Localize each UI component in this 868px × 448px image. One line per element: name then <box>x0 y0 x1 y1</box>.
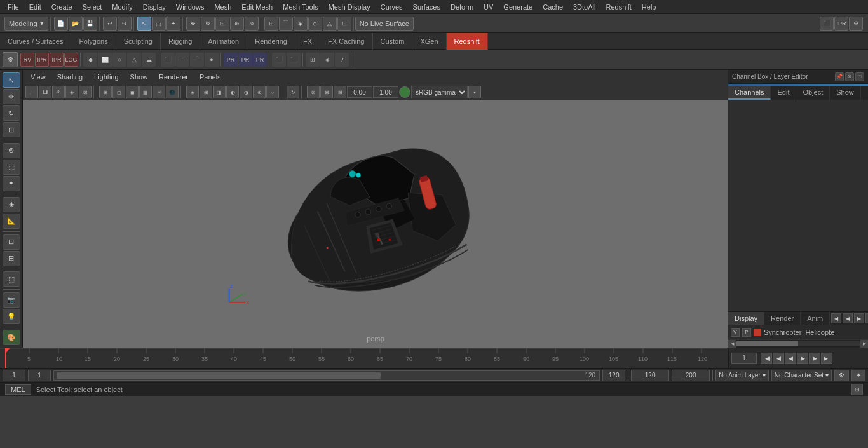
layers-scroll-right[interactable]: ▶ <box>860 340 868 348</box>
layer-tab-display[interactable]: Display <box>728 312 764 325</box>
char-set-settings-btn[interactable]: ⚙ <box>834 370 849 381</box>
step-back-btn[interactable]: ◀ <box>773 353 784 364</box>
paint-select-tool[interactable]: ✦ <box>3 176 20 191</box>
layer-playback-0[interactable]: P <box>742 328 751 337</box>
soft-mod-btn[interactable]: ⊚ <box>245 17 259 31</box>
log-btn[interactable]: LOG <box>64 53 78 67</box>
cloud-icon-btn[interactable]: ☁ <box>142 53 156 67</box>
menu-edit[interactable]: Edit <box>24 2 46 12</box>
tab-rigging[interactable]: Rigging <box>161 33 200 50</box>
vt-display6[interactable]: ○ <box>266 86 279 98</box>
render3-btn[interactable]: ⬛ <box>287 53 301 67</box>
color-space-indicator[interactable] <box>399 86 410 98</box>
lasso-tool-btn[interactable]: ⬚ <box>152 17 166 31</box>
vp-show[interactable]: Show <box>125 72 153 82</box>
layer-action-btn2[interactable]: ◀ <box>843 313 853 323</box>
menu-help[interactable]: Help <box>637 2 661 12</box>
menu-create[interactable]: Create <box>46 2 78 12</box>
menu-cache[interactable]: Cache <box>538 2 568 12</box>
tab-rendering[interactable]: Rendering <box>247 33 295 50</box>
vt-film-btn[interactable]: 🎞 <box>39 86 51 98</box>
end-frame-input[interactable] <box>602 370 625 381</box>
vt-display1[interactable]: ⊞ <box>200 86 212 98</box>
ipr-btn[interactable]: IPR <box>834 17 848 31</box>
cb-tab-edit[interactable]: Edit <box>771 86 796 100</box>
camera-btn[interactable]: 📷 <box>3 292 20 308</box>
layer-tab-anim[interactable]: Anim <box>801 312 830 325</box>
frame-slider-start[interactable] <box>28 370 51 381</box>
tab-animation[interactable]: Animation <box>200 33 247 50</box>
rv-btn[interactable]: RV <box>20 53 34 67</box>
3d-scene[interactable]: Y X Z <box>23 102 728 335</box>
cb-tab-object[interactable]: Object <box>796 86 830 100</box>
menu-windows[interactable]: Windows <box>171 2 210 12</box>
menu-mesh-display[interactable]: Mesh Display <box>323 2 376 12</box>
panel-float-btn[interactable]: □ <box>855 72 864 81</box>
timeline-ruler[interactable]: 5 10 15 20 25 30 35 40 45 50 5 <box>0 348 728 368</box>
script-language-btn[interactable]: MEL <box>5 384 31 395</box>
redo-btn[interactable]: ↪ <box>118 17 132 31</box>
layer-tab-render[interactable]: Render <box>764 312 801 325</box>
curve-icon-btn[interactable]: ⌒ <box>190 53 204 67</box>
snap-grid-btn[interactable]: ⊞ <box>264 17 278 31</box>
vt-shadow-btn[interactable]: 🌑 <box>166 86 179 98</box>
layer-action-btn4[interactable]: ▶ <box>865 313 868 323</box>
step-fwd-btn[interactable]: ▶ <box>809 353 820 364</box>
snap-curve-btn[interactable]: ⌒ <box>279 17 293 31</box>
menu-mesh[interactable]: Mesh <box>209 2 236 12</box>
lasso-tool[interactable]: ⬚ <box>3 160 20 175</box>
skip-to-start-btn[interactable]: |◀ <box>761 353 772 364</box>
vt-wire-btn[interactable]: ◻ <box>112 86 125 98</box>
shading-icon-btn[interactable]: 🎨 <box>3 330 20 345</box>
display-btn2[interactable]: ⊞ <box>3 251 20 266</box>
vp-shading[interactable]: Shading <box>52 72 88 82</box>
vt-size3[interactable]: ⊟ <box>334 86 346 98</box>
misc1-btn[interactable]: ⊞ <box>306 53 320 67</box>
vt-eye-btn[interactable]: 👁 <box>52 86 65 98</box>
undo-btn[interactable]: ↩ <box>103 17 117 31</box>
pr5-btn[interactable]: PR <box>253 53 267 67</box>
menu-3dtoall[interactable]: 3DtoAll <box>568 2 600 12</box>
panel-pin-btn[interactable]: 📌 <box>835 72 844 81</box>
playback-end2-input[interactable] <box>672 370 710 381</box>
tab-curves-surfaces[interactable]: Curves / Surfaces <box>0 33 71 50</box>
snap-tool[interactable]: ◈ <box>3 197 20 212</box>
playback-end-input[interactable] <box>631 370 669 381</box>
menu-modify[interactable]: Modify <box>107 2 137 12</box>
snap-surface-btn[interactable]: ◇ <box>308 17 322 31</box>
render-settings-btn[interactable]: ⚙ <box>849 17 863 31</box>
rotate-btn[interactable]: ↻ <box>201 17 215 31</box>
no-char-set-dropdown[interactable]: No Character Set ▾ <box>771 370 832 381</box>
translate-y-input[interactable] <box>373 86 398 98</box>
tab-redshift[interactable]: Redshift <box>447 33 488 50</box>
vt-solid-btn[interactable]: ◼ <box>126 86 139 98</box>
new-btn[interactable]: 📄 <box>54 17 68 31</box>
vt-snap2-btn[interactable]: ⊡ <box>79 86 92 98</box>
rotate-tool[interactable]: ↻ <box>3 105 20 121</box>
region-select[interactable]: ⬚ <box>3 271 20 287</box>
menu-redshift[interactable]: Redshift <box>600 2 636 12</box>
menu-file[interactable]: File <box>3 2 24 12</box>
pr4-btn[interactable]: PR <box>238 53 252 67</box>
measure-tool[interactable]: 📐 <box>3 214 20 229</box>
layer-item-0[interactable]: V P Synchropter_Helicopte <box>728 325 868 340</box>
scale-btn[interactable]: ⊞ <box>215 17 229 31</box>
layer-action-btn3[interactable]: ▶ <box>854 313 864 323</box>
vp-renderer[interactable]: Renderer <box>154 72 193 82</box>
vt-display5[interactable]: ⊙ <box>253 86 266 98</box>
vt-display4[interactable]: ◑ <box>240 86 252 98</box>
menu-generate[interactable]: Generate <box>498 2 538 12</box>
layers-scroll-track[interactable] <box>736 341 860 346</box>
frame-range-bar[interactable]: 120 <box>53 370 600 381</box>
vt-texture-btn[interactable]: ▦ <box>139 86 152 98</box>
open-btn[interactable]: 📂 <box>69 17 83 31</box>
soft-mod-tool[interactable]: ⊚ <box>3 143 20 158</box>
menu-uv[interactable]: UV <box>478 2 498 12</box>
vt-render1[interactable]: ↻ <box>287 86 299 98</box>
color-space-select[interactable]: sRGB gamma <box>411 86 468 98</box>
status-extra-btn[interactable]: ⊞ <box>851 384 863 395</box>
menu-display[interactable]: Display <box>138 2 171 12</box>
sphere-icon-btn[interactable]: ○ <box>112 53 126 67</box>
menu-select[interactable]: Select <box>78 2 107 12</box>
select-tool[interactable]: ↖ <box>3 72 20 88</box>
